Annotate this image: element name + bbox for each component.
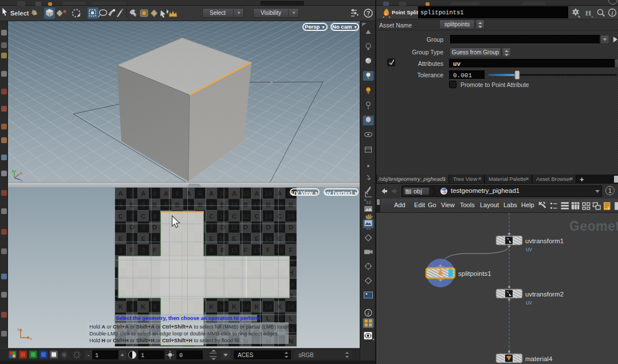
svg-text:F: F — [266, 247, 270, 254]
svg-text:E: E — [141, 235, 145, 242]
svg-text:B: B — [289, 201, 293, 208]
svg-text:1: 1 — [119, 224, 123, 231]
svg-text:F: F — [152, 247, 156, 254]
svg-text:16: 16 — [288, 213, 295, 220]
svg-text:A: A — [209, 190, 214, 197]
svg-text:13: 13 — [253, 224, 261, 231]
svg-text:1: 1 — [119, 247, 123, 254]
svg-text:splitpoints1: splitpoints1 — [458, 270, 491, 277]
svg-text:material4: material4 — [525, 355, 553, 362]
svg-text:C: C — [209, 213, 214, 220]
svg-text:D: D — [152, 224, 157, 231]
svg-text:A: A — [232, 190, 237, 197]
svg-text:D: D — [243, 224, 248, 231]
svg-text:9: 9 — [210, 247, 213, 254]
svg-text:15: 15 — [276, 315, 284, 322]
svg-text:12: 12 — [366, 200, 371, 205]
svg-text:14: 14 — [265, 213, 272, 220]
svg-text:uv: uv — [526, 246, 533, 252]
svg-text:A: A — [141, 190, 145, 197]
svg-text:0: 0 — [179, 353, 183, 359]
svg-text:K: K — [254, 303, 259, 310]
svg-text:A: A — [186, 190, 191, 197]
svg-text:15: 15 — [276, 201, 284, 208]
svg-text:6: 6 — [175, 190, 179, 197]
svg-text:1: 1 — [95, 353, 99, 359]
svg-text:15: 15 — [276, 224, 284, 231]
svg-text:3: 3 — [141, 247, 145, 254]
svg-text:16: 16 — [288, 235, 295, 242]
svg-text:9: 9 — [210, 224, 213, 231]
svg-text:K: K — [277, 303, 282, 310]
svg-text:C: C — [254, 213, 259, 220]
svg-text:i: i — [612, 10, 613, 16]
svg-text:15: 15 — [276, 247, 284, 254]
svg-text:E: E — [232, 235, 237, 242]
svg-text:1: 1 — [141, 353, 144, 359]
svg-text:x: x — [20, 171, 22, 175]
svg-text:11: 11 — [231, 201, 238, 208]
svg-text:uvtransform1: uvtransform1 — [525, 238, 564, 244]
svg-text:14: 14 — [265, 235, 272, 242]
svg-text:12: 12 — [242, 190, 249, 197]
svg-text:14: 14 — [265, 303, 272, 310]
svg-text:K: K — [118, 303, 123, 310]
svg-text:F: F — [289, 247, 293, 254]
svg-text:uv: uv — [526, 299, 533, 306]
svg-text:L: L — [289, 315, 293, 322]
svg-text:?: ? — [367, 10, 370, 17]
svg-text:A: A — [254, 190, 259, 197]
svg-text:A: A — [277, 190, 282, 197]
svg-text:12: 12 — [242, 213, 249, 220]
svg-text:i: i — [368, 311, 369, 316]
svg-text:12: 12 — [242, 235, 249, 242]
svg-text:C: C — [232, 213, 237, 220]
svg-text:10: 10 — [219, 235, 227, 242]
svg-text:B: B — [198, 201, 202, 208]
svg-text:D: D — [129, 224, 134, 231]
svg-text:10: 10 — [219, 303, 227, 310]
svg-text:K: K — [209, 303, 214, 310]
svg-text:8: 8 — [198, 190, 202, 197]
svg-text:F: F — [221, 247, 225, 254]
svg-text:10: 10 — [219, 213, 227, 220]
svg-text:K: K — [141, 303, 146, 310]
svg-text:5: 5 — [164, 201, 168, 208]
svg-text:uvtransform2: uvtransform2 — [525, 291, 564, 298]
svg-text:+: + — [121, 352, 124, 358]
svg-text:12: 12 — [242, 303, 249, 310]
svg-text:13: 13 — [253, 201, 261, 208]
svg-text:B: B — [221, 201, 225, 208]
svg-text:F: F — [243, 247, 247, 254]
svg-text:3: 3 — [141, 224, 145, 231]
svg-text:A: A — [118, 190, 123, 197]
svg-text:E: E — [255, 235, 259, 242]
svg-text:10: 10 — [219, 190, 227, 197]
svg-text:4: 4 — [153, 303, 157, 310]
svg-text:D: D — [289, 224, 293, 231]
svg-text:y: y — [11, 169, 14, 173]
svg-text:4: 4 — [153, 213, 157, 220]
svg-text:1: 1 — [119, 201, 123, 208]
svg-text:B: B — [152, 201, 157, 208]
svg-text:E: E — [277, 235, 282, 242]
svg-text:u: u — [30, 337, 32, 341]
svg-text:3: 3 — [141, 201, 145, 208]
svg-text:-: - — [88, 351, 90, 358]
svg-text:D: D — [266, 224, 270, 231]
svg-text:v: v — [17, 327, 19, 331]
svg-text:L: L — [266, 315, 270, 322]
svg-text:sRGB: sRGB — [298, 352, 314, 358]
svg-text:9: 9 — [210, 201, 213, 208]
svg-text:F: F — [130, 247, 134, 254]
svg-text:11: 11 — [231, 224, 238, 231]
svg-text:C: C — [118, 213, 123, 220]
svg-text:A: A — [164, 190, 168, 197]
svg-text:Select: Select — [10, 10, 29, 17]
svg-text:B: B — [129, 201, 134, 208]
svg-text:B: B — [175, 201, 179, 208]
svg-text:C: C — [141, 213, 145, 220]
svg-text:H: H — [585, 9, 591, 17]
svg-text:D: D — [221, 224, 225, 231]
svg-text:C: C — [277, 213, 282, 220]
